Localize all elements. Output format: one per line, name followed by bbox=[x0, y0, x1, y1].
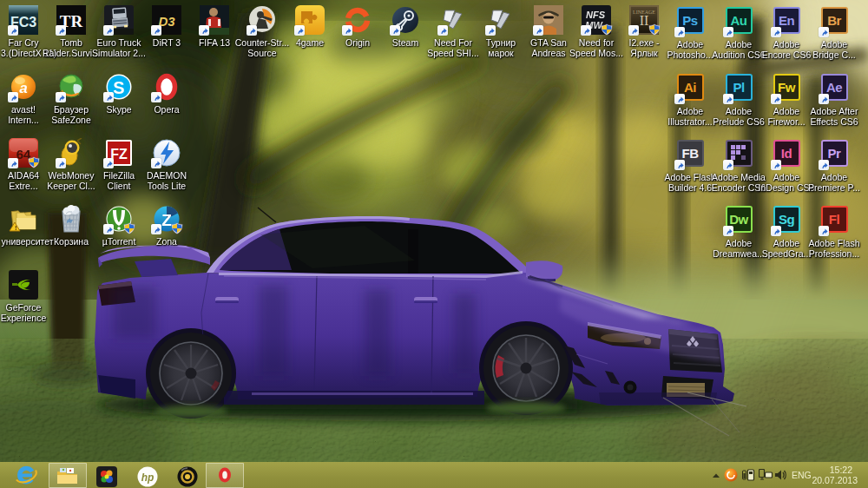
svg-text:a: a bbox=[19, 80, 27, 96]
svg-text:NFS: NFS bbox=[586, 10, 606, 20]
svg-text:!: ! bbox=[15, 224, 17, 232]
svg-text:LINEAGE: LINEAGE bbox=[633, 10, 655, 15]
svg-text:hp: hp bbox=[141, 472, 155, 484]
svg-text:II: II bbox=[640, 13, 649, 28]
svg-text:S: S bbox=[113, 78, 124, 97]
